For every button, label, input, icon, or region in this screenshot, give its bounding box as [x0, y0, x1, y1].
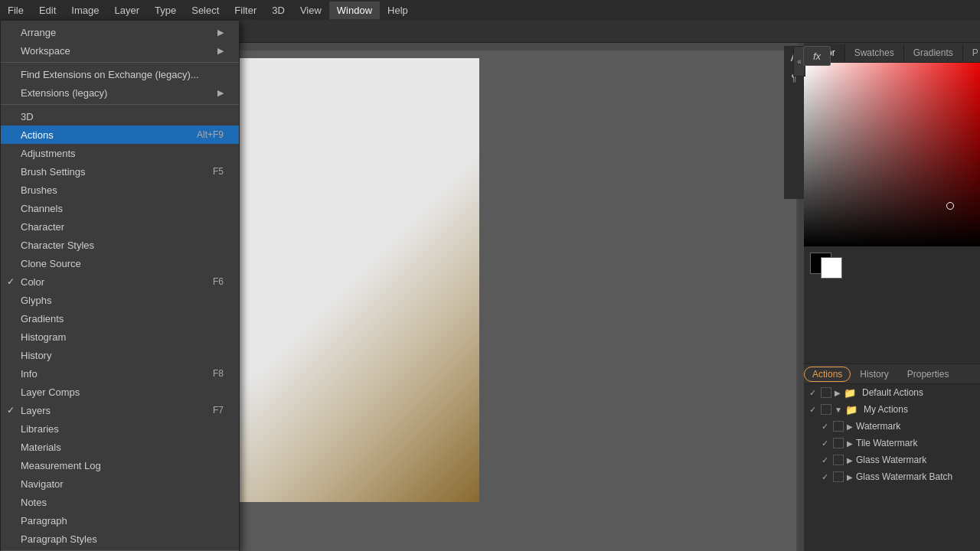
- label-glass-watermark: Glass Watermark: [856, 455, 977, 465]
- tab-swatches[interactable]: Swatches: [845, 44, 904, 61]
- menu-image[interactable]: Image: [64, 2, 106, 19]
- folder-icon-default: 📁: [844, 387, 856, 399]
- menu-entry-character-styles[interactable]: Character Styles: [1, 236, 239, 254]
- menu-entry-histogram[interactable]: Histogram: [1, 328, 239, 346]
- menu-type[interactable]: Type: [147, 2, 184, 19]
- menu-entry-brushes[interactable]: Brushes: [1, 181, 239, 199]
- actions-shortcut: Alt+F9: [197, 129, 224, 140]
- arrow-tile: ▶: [847, 439, 853, 448]
- menu-entry-gradients[interactable]: Gradients: [1, 309, 239, 328]
- menu-window[interactable]: Window: [329, 2, 380, 19]
- action-row-glass-batch[interactable]: ✓ ▶ Glass Watermark Batch: [804, 468, 980, 485]
- menu-entry-adjustments[interactable]: Adjustments: [1, 144, 239, 162]
- color-check-icon: ✓: [7, 276, 15, 287]
- action-box-default: [821, 387, 831, 398]
- menu-entry-measurement-log[interactable]: Measurement Log: [1, 456, 239, 474]
- action-check-default: ✓: [807, 388, 818, 398]
- menu-entry-notes[interactable]: Notes: [1, 493, 239, 511]
- actions-panel-tabs: Actions History Properties: [804, 364, 980, 384]
- menu-entry-navigator[interactable]: Navigator: [1, 474, 239, 493]
- action-row-default-actions[interactable]: ✓ ▶ 📁 Default Actions: [804, 384, 980, 401]
- menu-file[interactable]: File: [0, 2, 31, 19]
- menu-label-paragraph: Paragraph: [21, 515, 67, 527]
- menu-entry-color[interactable]: ✓ Color F6: [1, 272, 239, 291]
- action-box-tile: [833, 438, 844, 448]
- menu-label-extensions-legacy: Extensions (legacy): [21, 87, 107, 99]
- tab-actions[interactable]: Actions: [804, 367, 851, 382]
- menu-entry-libraries[interactable]: Libraries: [1, 419, 239, 438]
- menu-label-find-extensions: Find Extensions on Exchange (legacy)...: [21, 69, 199, 80]
- menu-view[interactable]: View: [292, 2, 329, 19]
- label-glass-batch: Glass Watermark Batch: [856, 471, 977, 482]
- action-row-glass-watermark[interactable]: ✓ ▶ Glass Watermark: [804, 452, 980, 468]
- action-check-watermark: ✓: [819, 422, 830, 432]
- menu-entry-layer-comps[interactable]: Layer Comps: [1, 383, 239, 401]
- menu-entry-channels[interactable]: Channels: [1, 199, 239, 217]
- menu-entry-extensions-legacy[interactable]: Extensions (legacy) ▶: [1, 83, 239, 102]
- menu-help[interactable]: Help: [380, 2, 416, 19]
- menu-label-materials: Materials: [21, 442, 61, 453]
- action-row-watermark[interactable]: ✓ ▶ Watermark: [804, 418, 980, 435]
- menu-label-character: Character: [21, 221, 64, 233]
- menu-label-gradients: Gradients: [21, 313, 64, 324]
- menu-label-navigator: Navigator: [21, 478, 64, 490]
- menu-entry-info[interactable]: Info F8: [1, 364, 239, 383]
- color-spectrum-dark: [804, 63, 980, 246]
- label-tile-watermark: Tile Watermark: [856, 438, 977, 448]
- menu-label-history: History: [21, 350, 51, 361]
- folder-icon-my: 📁: [845, 404, 858, 416]
- menu-entry-arrange[interactable]: Arrange ▶: [1, 23, 239, 41]
- menu-entry-find-extensions[interactable]: Find Extensions on Exchange (legacy)...: [1, 65, 239, 83]
- menu-label-notes: Notes: [21, 497, 47, 508]
- color-spectrum[interactable]: [804, 63, 980, 246]
- menu-entry-history[interactable]: History: [1, 346, 239, 364]
- menu-entry-materials[interactable]: Materials: [1, 438, 239, 456]
- action-row-my-actions[interactable]: ✓ ▼ 📁 My Actions: [804, 401, 980, 418]
- tab-gradients[interactable]: Gradients: [904, 44, 963, 61]
- menu-entry-paragraph[interactable]: Paragraph: [1, 511, 239, 530]
- color-swatch-area: [804, 246, 980, 285]
- menu-entry-paragraph-styles[interactable]: Paragraph Styles: [1, 530, 239, 548]
- menu-label-layer-comps: Layer Comps: [21, 386, 80, 398]
- menu-label-measurement-log: Measurement Log: [21, 460, 101, 471]
- action-box-glass-batch: [833, 471, 844, 482]
- menu-entry-brush-settings[interactable]: Brush Settings F5: [1, 162, 239, 181]
- menu-label-layers: Layers: [21, 405, 51, 416]
- layers-check-icon: ✓: [7, 405, 15, 416]
- background-swatch[interactable]: [821, 257, 842, 279]
- menu-entry-layers[interactable]: ✓ Layers F7: [1, 401, 239, 419]
- extensions-submenu-arrow: ▶: [217, 88, 224, 98]
- menu-entry-3d[interactable]: 3D: [1, 107, 239, 126]
- menu-label-adjustments: Adjustments: [21, 148, 76, 159]
- tab-patterns[interactable]: P: [963, 44, 980, 61]
- menu-filter[interactable]: Filter: [227, 2, 264, 19]
- tab-history[interactable]: History: [851, 366, 897, 383]
- menu-entry-glyphs[interactable]: Glyphs: [1, 291, 239, 309]
- label-my-actions: My Actions: [864, 404, 977, 415]
- tab-properties[interactable]: Properties: [898, 366, 959, 383]
- menu-entry-clone-source[interactable]: Clone Source: [1, 254, 239, 272]
- menu-entry-character[interactable]: Character: [1, 217, 239, 236]
- menu-entry-workspace[interactable]: Workspace ▶: [1, 41, 239, 60]
- collapse-icon: «: [797, 57, 802, 66]
- color-panel: Color Swatches Gradients P: [804, 43, 980, 364]
- menu-layer[interactable]: Layer: [107, 2, 148, 19]
- fx-button[interactable]: fx: [803, 46, 831, 66]
- menu-label-clone-source: Clone Source: [21, 258, 81, 269]
- right-panel: Color Swatches Gradients P Actions Histo…: [804, 43, 980, 551]
- menu-label-paragraph-styles: Paragraph Styles: [21, 533, 97, 545]
- arrow-watermark: ▶: [847, 422, 853, 431]
- actions-list: ✓ ▶ 📁 Default Actions ✓ ▼ 📁 My Actions ✓…: [804, 384, 980, 551]
- menu-entry-actions[interactable]: Actions Alt+F9: [1, 126, 239, 144]
- menu-select[interactable]: Select: [184, 2, 227, 19]
- menu-section-extensions: Find Extensions on Exchange (legacy)... …: [1, 63, 239, 105]
- arrow-my: ▼: [835, 406, 842, 414]
- arrange-submenu-arrow: ▶: [217, 28, 224, 37]
- menu-3d[interactable]: 3D: [264, 2, 292, 19]
- menu-edit[interactable]: Edit: [31, 2, 64, 19]
- layers-shortcut: F7: [213, 405, 224, 416]
- label-default-actions: Default Actions: [862, 387, 977, 398]
- action-box-my: [821, 404, 831, 415]
- menu-label-histogram: Histogram: [21, 331, 66, 343]
- action-row-tile-watermark[interactable]: ✓ ▶ Tile Watermark: [804, 435, 980, 452]
